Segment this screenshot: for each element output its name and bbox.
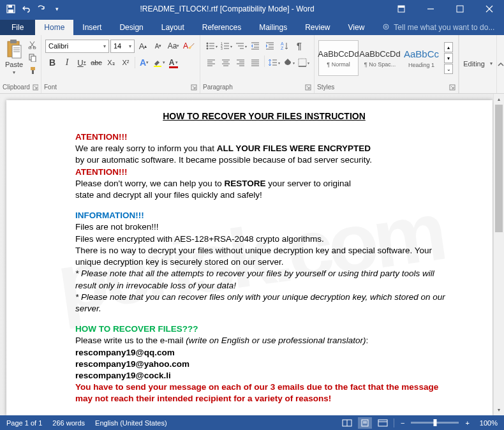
font-name-combo[interactable]: Calibri▾ [45,40,109,53]
align-left-button[interactable] [204,56,218,70]
doc-line: * Please note that all the attempts to r… [75,268,453,291]
ribbon-display-button[interactable] [387,0,416,18]
tab-layout[interactable]: Layout [152,20,193,35]
statusbar: Page 1 of 1 266 words English (United St… [0,415,504,430]
tab-home[interactable]: Home [35,20,73,35]
tab-mailings[interactable]: Mailings [250,20,296,35]
styles-expand-button[interactable]: ⌄ [444,64,453,74]
vertical-scrollbar[interactable]: ▴ ▾ [493,94,504,415]
minimize-button[interactable] [416,0,445,18]
change-case-button[interactable]: Aa▾ [167,39,181,53]
scroll-up-button[interactable]: ▴ [494,94,504,105]
redo-button[interactable] [34,2,48,16]
styles-scroll-down-button[interactable]: ▾ [444,53,453,63]
svg-rect-70 [299,59,306,66]
show-marks-button[interactable]: ¶ [292,39,306,53]
italic-button[interactable]: I [60,56,74,70]
scroll-thumb[interactable] [495,105,503,232]
styles-scroll-up-button[interactable]: ▴ [444,42,453,52]
style-no-spacing[interactable]: AaBbCcDd¶ No Spac... [360,40,400,76]
tell-me-search[interactable]: Tell me what you want to do... [373,20,503,35]
svg-rect-21 [32,70,34,74]
document-page[interactable]: pcrisk.com HOW TO RECOVER YOUR FILES INS… [6,100,493,415]
font-color-button[interactable]: A▾ [167,56,181,70]
doc-title: HOW TO RECOVER YOUR FILES INSTRUCTION [75,110,453,122]
collapse-ribbon-button[interactable] [497,35,504,93]
page-indicator[interactable]: Page 1 of 1 [6,419,42,427]
tab-design[interactable]: Design [110,20,152,35]
underline-button[interactable]: U▾ [75,56,89,70]
superscript-button[interactable]: X² [119,56,133,70]
bold-button[interactable]: B [45,56,59,70]
paragraph-group-label: Paragraph [203,84,233,91]
ribbon-tabs: File Home Insert Design Layout Reference… [0,18,504,35]
zoom-level[interactable]: 100% [480,419,498,427]
style-heading-1[interactable]: AaBbCcHeading 1 [401,40,441,76]
web-layout-button[interactable] [376,417,390,429]
numbering-button[interactable]: 123▾ [219,39,233,53]
read-mode-button[interactable] [340,417,354,429]
svg-text:Z: Z [281,46,284,50]
styles-dialog-launcher[interactable] [449,84,456,91]
editing-button[interactable]: Editing▾ [461,57,495,70]
styles-group: AaBbCcDd¶ Normal AaBbCcDd¶ No Spac... Aa… [315,35,459,93]
clipboard-group: Paste ▾ Clipboard [0,35,41,93]
language-indicator[interactable]: English (United States) [95,419,167,427]
svg-text:3: 3 [221,47,223,50]
highlight-button[interactable]: ▾ [152,56,166,70]
undo-button[interactable] [19,2,33,16]
qat-customize-button[interactable]: ▾ [50,2,64,16]
tab-insert[interactable]: Insert [73,20,110,35]
scroll-down-button[interactable]: ▾ [494,404,504,415]
copy-button[interactable] [27,52,38,63]
close-button[interactable] [475,0,504,18]
svg-rect-79 [378,420,387,426]
word-count[interactable]: 266 words [52,419,85,427]
titlebar: ▾ !README_ITLOCK!.rtf [Compatibility Mod… [0,0,504,18]
grow-font-button[interactable]: A▴ [136,39,150,53]
shrink-font-button[interactable]: A▾ [151,39,165,53]
text-effects-button[interactable]: A▾ [137,56,151,70]
align-right-button[interactable] [233,56,248,70]
doc-line: by our automatic software. It became pos… [75,154,453,166]
bullets-button[interactable]: ▾ [204,39,218,53]
zoom-out-button[interactable]: − [398,419,407,427]
save-button[interactable] [4,2,18,16]
paste-button[interactable]: Paste ▾ [3,38,26,77]
font-size-combo[interactable]: 14▾ [110,40,135,53]
borders-button[interactable]: ▾ [296,56,310,70]
doc-line: ATENTION!!! [75,167,127,177]
doc-line: * Please note that you can recover files… [75,292,453,315]
svg-rect-11 [10,40,17,43]
multilevel-list-button[interactable]: ▾ [233,39,248,53]
zoom-in-button[interactable]: + [463,419,471,427]
style-normal[interactable]: AaBbCcDd¶ Normal [318,40,359,76]
maximize-button[interactable] [445,0,475,18]
tab-view[interactable]: View [339,20,374,35]
font-dialog-launcher[interactable] [191,84,197,91]
paragraph-dialog-launcher[interactable] [305,84,311,91]
justify-button[interactable] [248,56,262,70]
doc-line: ATENTION!!! [75,132,127,142]
tab-references[interactable]: References [193,20,250,35]
subscript-button[interactable]: X₂ [104,56,118,70]
decrease-indent-button[interactable] [248,39,262,53]
zoom-slider[interactable] [411,422,459,424]
line-spacing-button[interactable]: ▾ [267,56,281,70]
print-layout-button[interactable] [358,417,372,429]
strikethrough-button[interactable]: abc [89,56,103,70]
cut-button[interactable] [27,39,38,50]
doc-line: rescompany19@qq.com [75,347,453,359]
sort-button[interactable]: AZ [278,39,292,53]
clear-formatting-button[interactable]: A🧹 [182,39,196,53]
tab-review[interactable]: Review [296,20,339,35]
svg-rect-23 [154,66,161,67]
clipboard-dialog-launcher[interactable] [33,84,38,91]
tab-file[interactable]: File [0,20,35,35]
format-painter-button[interactable] [27,64,38,76]
align-center-button[interactable] [219,56,233,70]
increase-indent-button[interactable] [263,39,277,53]
doc-line: Please don't worry, we can help you to R… [75,178,453,189]
shading-button[interactable]: ▾ [281,56,295,70]
editing-group: Editing▾ [459,35,497,93]
